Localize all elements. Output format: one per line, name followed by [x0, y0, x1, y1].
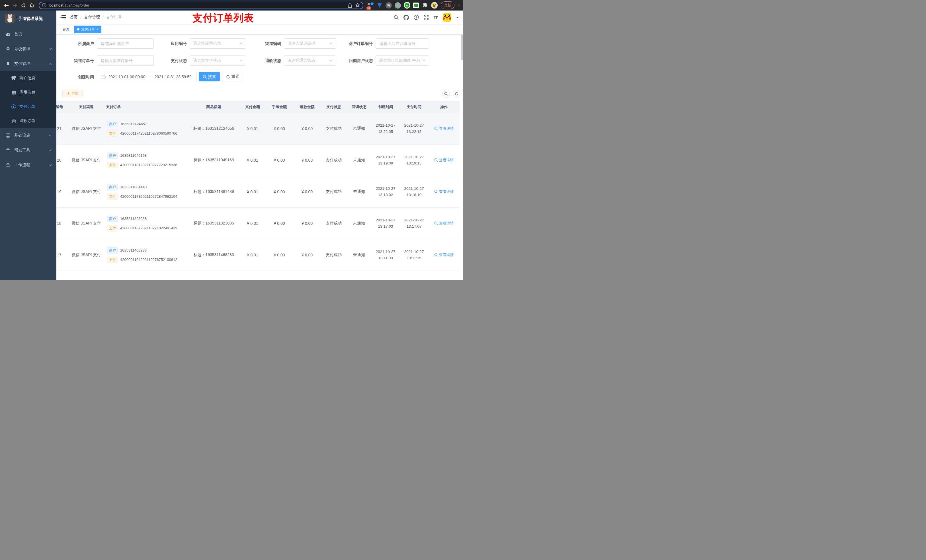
pay-tag: 支付 [107, 225, 118, 231]
view-detail-link[interactable]: 查看详情 [428, 221, 460, 226]
help-icon[interactable]: ? [414, 15, 419, 20]
breadcrumb-payment[interactable]: 支付管理 [84, 15, 100, 20]
app-select[interactable]: 请选择应用信息 [190, 38, 246, 49]
notify-status-select[interactable]: 请选择订单回调商户状态 [375, 56, 429, 66]
chevron-down-icon [49, 48, 52, 50]
merchant-order-no-input[interactable] [375, 38, 429, 49]
chevron-down-icon [239, 42, 243, 45]
filter-label-create-time: 创建时间 [63, 72, 94, 82]
browser-toolbar: localhost:1024/pay/order 10 ⌘ y 更新 ⋮ [0, 0, 463, 11]
filter-label-merchant: 所属商户 [63, 38, 94, 49]
pay-status-select[interactable]: 请选择支付状态 [190, 56, 246, 66]
extension-tabs-icon[interactable]: 10 [367, 2, 374, 9]
extension-recorder-icon[interactable] [394, 2, 401, 9]
briefcase-icon [5, 148, 11, 152]
merchant-tag: 商户 [107, 216, 118, 222]
logo-image [5, 14, 15, 23]
merchant-tag: 商户 [107, 121, 118, 127]
tab-pay-order[interactable]: 支付订单 × [74, 26, 101, 33]
fullscreen-icon[interactable] [424, 15, 429, 20]
sidebar-item-pay-order[interactable]: ¥ 支付订单 [0, 100, 56, 114]
toggle-search-icon[interactable] [442, 90, 450, 98]
extension-y-icon[interactable]: y [404, 2, 410, 9]
tab-home[interactable]: 首页 [60, 26, 72, 33]
home-icon[interactable] [28, 2, 36, 9]
sidebar-item-infra[interactable]: 基础设施 [0, 128, 56, 143]
address-bar[interactable]: localhost:1024/pay/order [39, 2, 363, 9]
view-detail-link[interactable]: 查看详情 [428, 158, 460, 163]
date-separator: - [149, 74, 151, 79]
sidebar-item-workflow[interactable]: 工作流程 [0, 158, 56, 172]
refund-status-select[interactable]: 请选择退款状态 [284, 56, 336, 66]
browser-profile-avatar[interactable] [431, 2, 438, 9]
browser-update-button[interactable]: 更新 [441, 2, 454, 9]
sidebar-item-home[interactable]: 首页 [0, 27, 56, 42]
chevron-down-icon [422, 59, 426, 62]
svg-text:?: ? [415, 16, 417, 19]
browser-window: localhost:1024/pay/order 10 ⌘ y 更新 ⋮ [0, 0, 463, 280]
breadcrumb-current: 支付订单 [106, 15, 122, 20]
extension-gem-icon[interactable] [376, 2, 383, 9]
table-row-partial: 商户1635311451796 [56, 271, 460, 280]
search-button[interactable]: 搜索 [199, 72, 220, 82]
sidebar-toggle-icon[interactable] [61, 15, 66, 20]
view-detail-link[interactable]: 查看详情 [428, 252, 460, 258]
extension-chat-icon[interactable] [413, 2, 419, 9]
chevron-down-icon [49, 149, 52, 151]
page-scrollbar[interactable] [461, 35, 463, 60]
chevron-down-icon [49, 134, 52, 137]
channel-code-select[interactable]: 请输入渠道编码 [284, 38, 336, 49]
main-area: 首页 / 支付管理 / 支付订单 ? [56, 11, 463, 280]
refresh-icon[interactable] [453, 90, 460, 98]
dashboard-icon [5, 32, 11, 36]
table-row: 21 微信 JSAPI 支付 商户1635312124657 支付4200001… [56, 113, 460, 145]
table-row: 18 微信 JSAPI 支付 商户1635311823086 支付4200001… [56, 208, 460, 239]
chevron-down-icon [330, 42, 333, 45]
sidebar-item-dev-tools[interactable]: 研发工具 [0, 143, 56, 158]
site-info-icon[interactable] [42, 3, 47, 8]
merchant-tag: 商户 [107, 152, 118, 159]
share-icon[interactable] [348, 3, 352, 8]
close-tab-icon[interactable]: × [97, 27, 98, 31]
font-size-icon[interactable]: TT [434, 15, 438, 20]
merchant-input[interactable] [97, 38, 154, 49]
reset-button[interactable]: 重置 [222, 72, 243, 82]
app-logo[interactable]: 芋道管理系统 [0, 11, 56, 27]
page-content: 所属商户 应用编号 请选择应用信息 渠道编码 请输入渠道编码 商户订单编号 [56, 35, 463, 280]
sidebar-item-payment[interactable]: ¥ 支付管理 [0, 56, 56, 71]
back-icon[interactable] [2, 2, 10, 9]
yen-icon: ¥ [5, 61, 11, 66]
bookmark-star-icon[interactable] [356, 3, 360, 8]
filter-label-refund-status: 退款状态 [250, 56, 281, 66]
tags-view: 首页 支付订单 × [56, 24, 463, 35]
filter-label-notify-status: 回调商户状态 [341, 56, 373, 66]
breadcrumb-home[interactable]: 首页 [70, 15, 78, 20]
channel-order-no-input[interactable] [97, 56, 154, 66]
sidebar-menu: 首页 系统管理 ¥ 支付管理 [0, 27, 56, 280]
extensions-puzzle-icon[interactable] [422, 2, 428, 9]
active-tab-dot [77, 28, 79, 30]
browser-menu-icon[interactable]: ⋮ [457, 3, 461, 8]
sidebar-item-merchant-info[interactable]: 商户信息 [0, 71, 56, 85]
sidebar-item-app-info[interactable]: 应用信息 [0, 85, 56, 100]
avatar-caret-icon[interactable] [456, 17, 459, 20]
briefcase-icon [5, 163, 11, 167]
forward-icon[interactable] [11, 2, 19, 9]
extension-command-icon[interactable]: ⌘ [385, 2, 392, 9]
export-button[interactable]: 导出 [62, 90, 83, 97]
annotation-title: 支付订单列表 [192, 11, 254, 25]
breadcrumb: 首页 / 支付管理 / 支付订单 [70, 15, 122, 20]
sidebar-item-system[interactable]: 系统管理 [0, 42, 56, 56]
date-start: 2021-10-01 00:00:00 [108, 74, 145, 79]
user-avatar[interactable] [443, 13, 451, 22]
date-range-input[interactable]: 2021-10-01 00:00:00 - 2021-10-31 23:59:5… [97, 72, 197, 82]
search-icon[interactable] [394, 15, 399, 20]
chevron-down-icon [49, 164, 52, 166]
filter-label-merchant-order-no: 商户订单编号 [341, 38, 373, 49]
sidebar-item-refund-order[interactable]: 退款订单 [0, 114, 56, 128]
reload-icon[interactable] [20, 2, 27, 9]
github-icon[interactable] [404, 15, 409, 20]
yen-circle-icon: ¥ [11, 104, 16, 109]
view-detail-link[interactable]: 查看详情 [428, 189, 460, 194]
view-detail-link[interactable]: 查看详情 [428, 126, 460, 131]
